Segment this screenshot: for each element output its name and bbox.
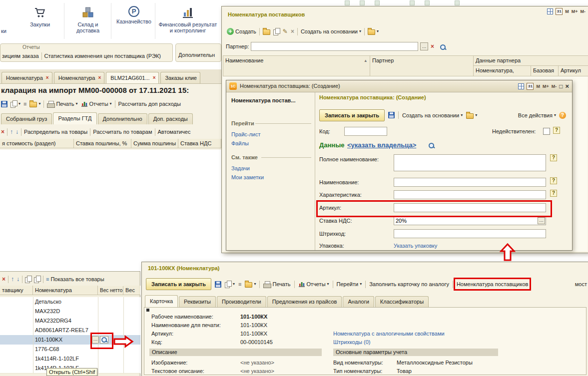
maximize-icon[interactable]: □ [559,83,563,90]
top-panel-icon[interactable] [375,0,380,5]
tab-collected-cargo[interactable]: Собранный груз [1,113,52,124]
copy-button[interactable]: ▾ [10,100,20,107]
print-button[interactable]: Печать [263,281,290,288]
calc-by-goods-button[interactable]: Рассчитать по товарам [93,129,152,135]
all-actions-button[interactable]: Все действия▾ [518,112,556,118]
code-input[interactable] [344,127,387,136]
tab-analogs[interactable]: Аналоги [343,296,374,307]
save-icon[interactable] [215,281,221,288]
distribute-button[interactable]: Распределить на товары [24,129,87,135]
list-icon[interactable]: ≡ [238,281,241,287]
create-button[interactable]: +Создать [227,28,256,35]
copy-button[interactable]: ▾ [225,281,235,288]
ribbon-item-warehouse[interactable]: Склад и доставка [66,6,110,33]
ribbon-item-treasury[interactable]: Р Казначейство [112,6,156,24]
tab-requisites[interactable]: Реквизиты [179,296,216,307]
move-up-icon[interactable]: ↑ [10,128,13,135]
column-header[interactable]: Вес [123,286,140,295]
table-row[interactable]: 1k4114R-1-102LF [0,354,140,364]
nav-item-notes[interactable]: Мои заметки [231,174,264,180]
calc-expenses-button[interactable]: Рассчитать доп расходы [118,101,181,107]
top-panel-icon[interactable] [455,0,460,5]
memory-icon[interactable]: М [565,9,569,14]
report-button-partial[interactable]: зициям заказа [2,53,39,59]
top-panel-icon[interactable] [425,0,430,5]
calendar-icon[interactable]: 31 [527,83,534,90]
reports-button[interactable]: Отчеты▾ [81,100,112,108]
column-header-sub-article[interactable]: Артикул [559,66,588,76]
folder-menu-button[interactable]: ▾ [368,28,379,35]
partner-choose-button[interactable]: … [420,42,428,50]
show-all-goods-button[interactable]: ≡ Показать все товары [46,276,104,282]
folder-button[interactable]: ▾ [29,100,40,107]
package-link[interactable]: Указать упаковку [394,243,437,249]
mdi-tab[interactable]: Номенклатура× [54,72,105,83]
grid-icon[interactable] [518,83,524,89]
help-box-icon[interactable]: ? [553,127,560,134]
memory-icon[interactable]: М [536,84,540,89]
close-icon[interactable]: × [565,82,569,90]
save-close-button[interactable]: Записать и закрыть [319,109,385,121]
mdi-tab-active[interactable]: BLM21AG601...× [106,72,159,83]
create-based-on-button[interactable]: Создать на основании▾ [301,28,361,34]
additional-group-label[interactable]: Дополнительн [178,52,215,58]
save-close-button[interactable]: Записать и закрыть [146,278,211,290]
name-input[interactable] [394,178,546,187]
column-header-partner-data[interactable]: Данные партнера [474,55,588,66]
partner-clear-icon[interactable]: × [431,43,434,50]
analog-properties-link[interactable]: Номенклатура с аналогичными свойствами [333,331,445,337]
memory-plus-icon[interactable]: М+ [543,84,549,89]
partner-search-icon[interactable] [440,44,446,50]
create-based-on-button[interactable]: Создать на основании▾ [402,112,463,118]
move-up-icon[interactable]: ↑ [11,276,14,283]
folder-button[interactable]: ▾ [245,281,256,288]
print-button[interactable]: Печать▾ [47,101,77,107]
tab-extra-expenses[interactable]: Доп. расходы [148,113,193,124]
column-header[interactable]: Номенклатура [33,286,98,295]
help-box-icon[interactable]: ? [550,177,557,184]
collapse-marker-icon[interactable] [146,309,149,312]
vat-input[interactable] [394,216,546,225]
partner-input[interactable] [251,42,418,51]
barcodes-link[interactable]: Штрихкоды (0) [333,339,371,345]
column-header-partner[interactable]: Партнер [370,55,474,76]
nav-item-pricelist[interactable]: Прайс-лист [231,131,261,137]
memory-minus-icon[interactable]: М- [552,84,557,89]
help-box-icon[interactable]: ? [550,190,557,197]
copy-icon[interactable] [273,28,280,35]
goto-button[interactable]: Перейти▾ [337,281,362,287]
mdi-tab[interactable]: Номенклатура× [1,72,52,83]
tab-additional[interactable]: Дополнительно [98,113,147,124]
mdi-tab[interactable]: Заказы клие [160,72,200,83]
close-icon[interactable]: × [153,72,156,83]
automatic-button[interactable]: Автоматичес [158,129,191,135]
characteristic-input[interactable] [394,190,546,199]
column-header[interactable]: тавщику [0,286,33,295]
tab-classifiers[interactable]: Классификаторы [375,296,429,307]
reports-button[interactable]: Отчеты▾ [298,281,329,288]
tab-gtd-sections[interactable]: Разделы ГТД [53,112,96,124]
copy-icon[interactable] [25,276,31,283]
grid-icon[interactable] [547,8,553,14]
article-input[interactable] [394,203,546,212]
supplier-nomenclature-button[interactable]: Номенклатура поставщиков [457,281,528,287]
memory-minus-icon[interactable]: М- [581,9,586,14]
table-row[interactable]: MAX232D [0,307,140,317]
table-row[interactable]: MAX232DRG4 [0,316,140,326]
ribbon-item-finance[interactable]: Финансовый результат и контроллинг [157,6,219,33]
column-header-sub-nomenclature[interactable]: Номенклатура, [474,66,531,76]
barcode-input[interactable] [394,229,546,238]
help-icon[interactable]: ? [559,112,566,119]
tab-manufacturers[interactable]: Производители [217,296,266,307]
create-group-icon[interactable] [263,29,270,35]
top-panel-icon[interactable] [360,0,365,5]
calendar-icon[interactable]: 31 [556,8,563,15]
invalid-checkbox[interactable] [543,128,550,135]
nav-item-files[interactable]: Файлы [231,140,249,146]
owner-link[interactable]: <указать владельца> [347,141,416,149]
full-name-input[interactable] [394,154,546,171]
top-panel-icon[interactable] [345,0,350,5]
folder-menu-button[interactable]: ▾ [466,112,477,119]
edit-pencil-icon[interactable]: ✎ [283,28,288,35]
save-icon[interactable] [388,112,395,118]
